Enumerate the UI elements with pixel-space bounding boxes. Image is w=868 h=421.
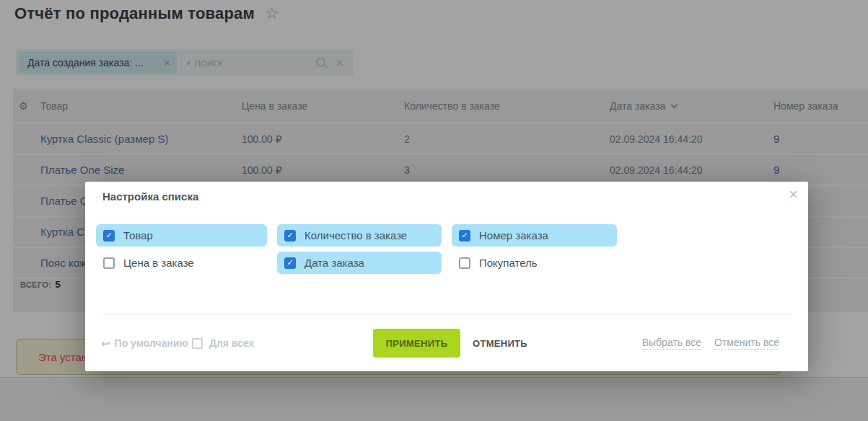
checkbox-icon[interactable]: ✓ bbox=[284, 230, 296, 241]
reset-to-default-label: По умолчанию bbox=[115, 337, 188, 349]
bulk-select-links: Выбрать все Отменить все bbox=[642, 337, 779, 350]
modal-title: Настройка списка bbox=[102, 190, 198, 203]
report-page: Отчёт по проданным товарам ☆ Дата создан… bbox=[0, 0, 868, 421]
for-all-checkbox[interactable]: Для всех bbox=[192, 337, 254, 349]
checkbox-icon[interactable]: ✓ bbox=[459, 257, 470, 269]
checkbox-icon[interactable]: ✓ bbox=[103, 257, 115, 269]
column-option-label: Цена в заказе bbox=[123, 257, 194, 269]
checkbox-icon[interactable]: ✓ bbox=[284, 257, 296, 269]
modal-close-icon[interactable]: × bbox=[789, 187, 798, 203]
column-option[interactable]: ✓ Номер заказа bbox=[452, 224, 617, 247]
column-option[interactable]: ✓ Количество в заказе bbox=[277, 224, 442, 247]
modal-footer: ↩ По умолчанию Для всех ПРИМЕНИТЬ ОТМЕНИ… bbox=[85, 315, 808, 371]
column-option-label: Товар bbox=[123, 229, 153, 241]
for-all-checkbox-icon[interactable] bbox=[192, 338, 203, 349]
column-option-label: Количество в заказе bbox=[304, 229, 407, 241]
column-option[interactable]: ✓ Цена в заказе bbox=[96, 252, 267, 274]
column-option[interactable]: ✓ Товар bbox=[96, 224, 267, 247]
list-settings-modal: Настройка списка × ✓ Товар ✓ Количество … bbox=[85, 182, 808, 371]
cancel-button[interactable]: ОТМЕНИТЬ bbox=[473, 338, 527, 349]
column-option-label: Покупатель bbox=[479, 257, 538, 269]
column-option-label: Дата заказа bbox=[304, 257, 364, 269]
column-option-label: Номер заказа bbox=[479, 229, 548, 241]
column-option[interactable]: ✓ Покупатель bbox=[452, 252, 617, 274]
select-all-link[interactable]: Выбрать все bbox=[642, 337, 701, 350]
column-options-grid: ✓ Товар ✓ Количество в заказе ✓ Номер за… bbox=[96, 224, 617, 274]
undo-arrow-icon: ↩ bbox=[101, 338, 110, 349]
apply-button[interactable]: ПРИМЕНИТЬ bbox=[373, 329, 460, 358]
column-option[interactable]: ✓ Дата заказа bbox=[277, 252, 442, 274]
for-all-label: Для всех bbox=[209, 337, 254, 349]
checkbox-icon[interactable]: ✓ bbox=[459, 230, 470, 241]
checkbox-icon[interactable]: ✓ bbox=[103, 230, 115, 241]
deselect-all-link[interactable]: Отменить все bbox=[714, 337, 779, 350]
reset-to-default-button[interactable]: ↩ По умолчанию bbox=[101, 337, 188, 349]
